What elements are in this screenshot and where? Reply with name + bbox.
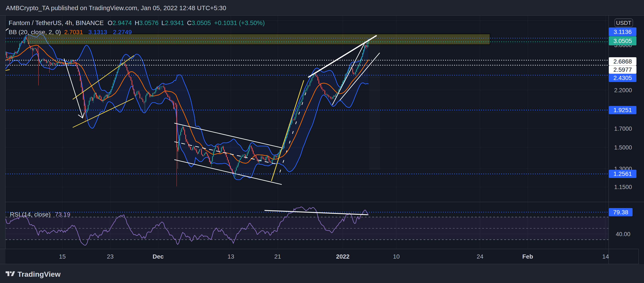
- svg-text:1.7000: 1.7000: [614, 126, 632, 132]
- svg-text:10: 10: [393, 253, 400, 260]
- svg-text:2.5977: 2.5977: [613, 66, 632, 73]
- svg-text:2.4305: 2.4305: [613, 75, 632, 81]
- svg-text:40.00: 40.00: [616, 231, 630, 237]
- svg-text:TradingView: TradingView: [18, 270, 60, 278]
- svg-text:RSI (14, close)73.19: RSI (14, close)73.19: [10, 211, 70, 218]
- svg-text:15: 15: [59, 253, 66, 260]
- svg-text:1.2561: 1.2561: [613, 170, 632, 177]
- svg-text:21: 21: [274, 253, 281, 260]
- svg-text:AMBCrypto_TA published on Trad: AMBCrypto_TA published on TradingView.co…: [6, 4, 226, 12]
- svg-text:1.5000: 1.5000: [614, 144, 632, 151]
- svg-text:1.1500: 1.1500: [614, 184, 632, 190]
- svg-text:2.6868: 2.6868: [613, 58, 632, 65]
- svg-text:2.2000: 2.2000: [614, 87, 632, 94]
- svg-text:3.1136: 3.1136: [614, 29, 632, 35]
- svg-text:13: 13: [228, 253, 234, 260]
- svg-text:Fantom / TetherUS, 4h, BINANCE: Fantom / TetherUS, 4h, BINANCEO2.9474H3.…: [9, 19, 265, 26]
- svg-text:3.0505: 3.0505: [613, 38, 632, 44]
- svg-text:Dec: Dec: [152, 253, 164, 260]
- svg-text:79.38: 79.38: [613, 209, 628, 216]
- svg-text:23: 23: [107, 253, 114, 260]
- svg-text:14: 14: [602, 253, 609, 260]
- svg-text:24: 24: [476, 253, 483, 260]
- svg-text:USDT: USDT: [616, 20, 632, 26]
- svg-text:BB (20, close, 2, 0)2.70313.13: BB (20, close, 2, 0)2.70313.13132.2749: [9, 29, 132, 36]
- svg-text:2022: 2022: [336, 253, 350, 260]
- svg-text:Feb: Feb: [522, 253, 533, 260]
- svg-text:1.9251: 1.9251: [613, 107, 632, 113]
